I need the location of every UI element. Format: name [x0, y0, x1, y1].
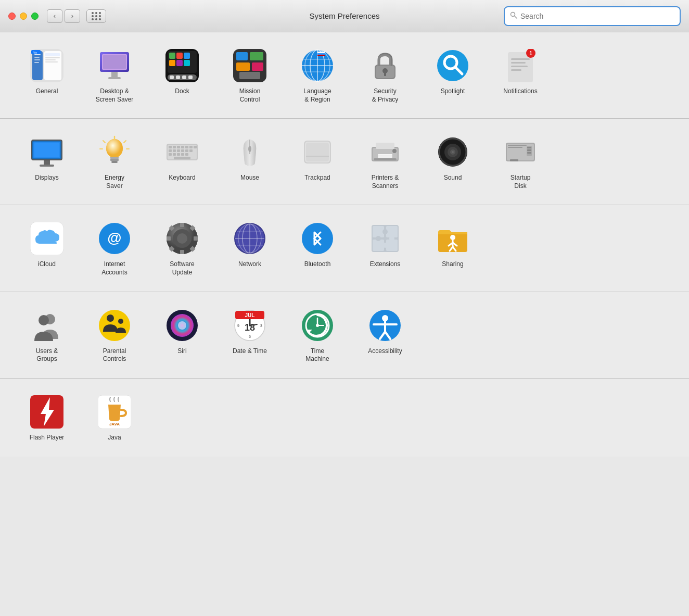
pref-timemachine[interactable]: TimeMachine [286, 303, 349, 368]
hardware-icons-grid: Displays [16, 129, 673, 194]
svg-text:18: 18 [245, 322, 255, 333]
startup-icon [502, 133, 539, 171]
pref-displays[interactable]: Displays [16, 129, 78, 186]
svg-rect-76 [111, 161, 118, 163]
pref-printers[interactable]: Printers &Scanners [354, 129, 416, 194]
notifications-icon: 1 [502, 47, 539, 84]
flash-icon [28, 393, 66, 431]
search-box[interactable] [504, 6, 681, 26]
svg-rect-3 [32, 51, 43, 80]
svg-rect-18 [103, 55, 126, 69]
svg-point-163 [382, 229, 388, 234]
svg-rect-27 [176, 60, 183, 66]
pref-energy[interactable]: EnergySaver [83, 129, 146, 194]
pref-spotlight[interactable]: Spotlight [422, 43, 484, 100]
pref-general[interactable]: File General [16, 43, 78, 100]
pref-datetime[interactable]: 12 3 6 9 JUL 18 Date [219, 303, 281, 360]
svg-rect-111 [376, 143, 394, 149]
svg-point-164 [376, 236, 381, 241]
forward-button[interactable]: › [65, 9, 80, 23]
pref-flash[interactable]: Flash Player [16, 389, 78, 446]
pref-desktop[interactable]: Desktop &Screen Saver [83, 43, 146, 108]
pref-notifications[interactable]: 1 Notifications [489, 43, 552, 100]
siri-label: Siri [177, 347, 186, 356]
trackpad-icon [299, 133, 336, 171]
svg-point-155 [302, 223, 333, 254]
pref-bluetooth[interactable]: Bluetooth [286, 216, 349, 273]
svg-rect-75 [110, 159, 119, 161]
svg-rect-5 [34, 57, 40, 58]
svg-rect-128 [527, 147, 531, 148]
pref-startup[interactable]: StartupDisk [489, 129, 552, 194]
svg-rect-112 [378, 154, 392, 156]
back-button[interactable]: ‹ [47, 9, 62, 23]
titlebar: ‹ › System Preferences [0, 0, 689, 32]
users-label: Users &Groups [36, 347, 58, 363]
svg-rect-24 [176, 53, 183, 59]
pref-extensions[interactable]: Extensions [354, 216, 416, 273]
svg-text:1: 1 [529, 51, 532, 56]
pref-language[interactable]: Language& Region [286, 43, 349, 108]
pref-mouse[interactable]: Mouse [219, 129, 281, 186]
svg-rect-39 [239, 72, 260, 79]
pref-trackpad[interactable]: Trackpad [286, 129, 349, 186]
siri-icon [163, 307, 201, 344]
dock-label: Dock [175, 87, 189, 96]
pref-mission-control[interactable]: MissionControl [219, 43, 281, 108]
icloud-label: iCloud [38, 260, 56, 269]
svg-rect-102 [174, 157, 190, 159]
svg-point-175 [39, 315, 49, 325]
pref-keyboard[interactable]: Keyboard [151, 129, 213, 186]
svg-rect-49 [317, 55, 325, 56]
pref-dock[interactable]: Dock [151, 43, 213, 100]
svg-rect-7 [34, 62, 39, 63]
printers-icon [366, 133, 404, 171]
svg-rect-37 [236, 62, 250, 71]
language-label: Language& Region [303, 87, 331, 104]
pref-icloud[interactable]: iCloud [16, 216, 78, 273]
pref-sharing[interactable]: Sharing [422, 216, 484, 273]
svg-rect-70 [44, 160, 50, 165]
svg-rect-6 [34, 59, 40, 60]
java-label: Java [108, 434, 121, 442]
users-icon [28, 307, 66, 344]
svg-rect-38 [252, 62, 263, 71]
section-personal: File General [0, 32, 689, 119]
svg-rect-94 [181, 149, 184, 152]
svg-rect-11 [45, 59, 56, 60]
pref-accessibility[interactable]: Accessibility [354, 303, 416, 360]
svg-text:3: 3 [260, 324, 262, 328]
svg-rect-89 [189, 146, 193, 148]
svg-point-177 [107, 315, 114, 322]
search-input[interactable] [520, 12, 674, 20]
minimize-button[interactable] [20, 12, 27, 20]
pref-users[interactable]: Users &Groups [16, 303, 78, 368]
grid-view-button[interactable] [86, 9, 106, 23]
desktop-label: Desktop &Screen Saver [96, 87, 134, 104]
personal-icons-grid: File General [16, 43, 673, 108]
other-icons-grid: Flash Player JAV [16, 389, 673, 446]
section-internet: iCloud @ InternetAccounts [0, 205, 689, 292]
svg-rect-88 [185, 146, 188, 148]
mission-control-label: MissionControl [239, 87, 261, 104]
svg-point-165 [382, 243, 388, 248]
maximize-button[interactable] [31, 12, 39, 20]
general-label: General [36, 87, 58, 96]
section-hardware: Displays [0, 119, 689, 205]
pref-internet-accounts[interactable]: @ InternetAccounts [83, 216, 146, 281]
energy-icon [96, 133, 133, 171]
pref-siri[interactable]: Siri [151, 303, 213, 360]
close-button[interactable] [8, 12, 16, 20]
pref-network[interactable]: Network [219, 216, 281, 273]
svg-rect-100 [181, 153, 184, 156]
nav-buttons: ‹ › [47, 9, 106, 23]
pref-software-update[interactable]: SoftwareUpdate [151, 216, 213, 281]
displays-label: Displays [35, 174, 58, 182]
svg-rect-115 [374, 158, 397, 160]
pref-parental[interactable]: ParentalControls [83, 303, 146, 368]
pref-security[interactable]: Security& Privacy [354, 43, 416, 108]
svg-rect-139 [167, 236, 171, 241]
network-label: Network [238, 260, 261, 269]
pref-sound[interactable]: Sound [422, 129, 484, 186]
pref-java[interactable]: JAVA Java [83, 389, 146, 446]
